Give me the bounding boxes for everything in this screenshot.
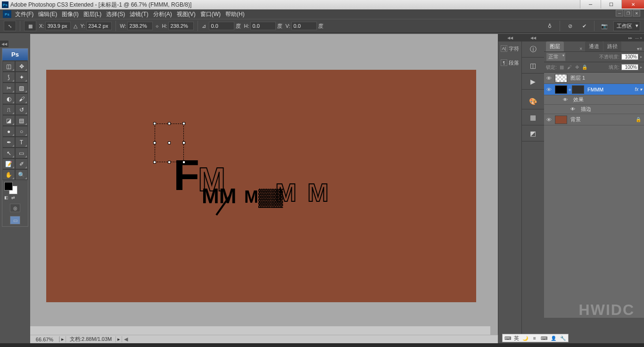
character-panel-button[interactable]: A|字符 — [498, 41, 521, 56]
menu-edit[interactable]: 编辑(E) — [38, 10, 57, 18]
bridge-icon[interactable]: 📷 — [599, 21, 610, 31]
handle-bottom-left[interactable] — [153, 161, 156, 164]
wand-tool[interactable]: ✦ — [15, 72, 28, 83]
skew-h-field[interactable] — [250, 22, 276, 30]
cloud-icon[interactable]: ≡ — [531, 335, 538, 341]
zoom-tool[interactable]: 🔍 — [15, 169, 28, 180]
toolbox-collapse-toggle[interactable]: ◀◀ — [0, 41, 8, 47]
maximize-button[interactable]: ☐ — [601, 0, 621, 8]
handle-mid-left[interactable] — [153, 141, 156, 144]
crop-tool[interactable]: ✂ — [2, 83, 15, 93]
opacity-arrow-icon[interactable]: ▸ — [640, 55, 642, 59]
layer-thumbnail[interactable] — [555, 116, 567, 124]
tab-close-icon[interactable]: × — [579, 46, 582, 51]
wrench-icon[interactable]: 🔧 — [560, 335, 566, 341]
panel-toggle-mid[interactable]: ◀◀ — [522, 34, 544, 41]
transform-bounding-box[interactable] — [155, 124, 184, 162]
y-field[interactable] — [86, 22, 112, 30]
color-panel-icon[interactable]: 🎨 — [522, 93, 544, 109]
fx-stroke-row[interactable]: 👁 描边 — [544, 105, 644, 114]
menu-view[interactable]: 视图(V) — [177, 10, 196, 18]
styles-panel-icon[interactable]: ◩ — [522, 125, 544, 141]
ime-toolbar[interactable]: ⌨ 英 🌙 ≡ ⌨ 👤 🔧 — [502, 334, 569, 342]
color-swatches[interactable]: ◧⇄ — [2, 180, 28, 202]
handle-top-right[interactable] — [182, 122, 185, 125]
handle-top-center[interactable] — [168, 122, 171, 125]
fill-arrow-icon[interactable]: ▸ — [640, 65, 642, 69]
tab-paths[interactable]: 路径 — [603, 41, 621, 51]
menu-layer[interactable]: 图层(L) — [83, 10, 102, 18]
layer-row[interactable]: 👁 图层 1 — [544, 73, 644, 84]
menu-filter[interactable]: 滤镜(T) — [130, 10, 148, 18]
reference-point-icon[interactable]: ▦ — [24, 21, 36, 31]
swap-colors-icon[interactable]: ⇄ — [11, 195, 15, 200]
fx-badge[interactable]: fx ▾ — [635, 87, 642, 92]
handle-bottom-right[interactable] — [182, 161, 185, 164]
doc-restore[interactable]: ❐ — [624, 10, 632, 17]
lock-all-icon[interactable]: 🔒 — [581, 64, 588, 71]
layer-thumbnail[interactable] — [555, 74, 567, 83]
toolbox-header[interactable]: Ps — [2, 49, 28, 61]
visibility-icon[interactable]: 👁 — [570, 107, 578, 112]
keyboard-icon[interactable]: ⌨ — [504, 335, 511, 341]
handle-bottom-center[interactable] — [168, 161, 171, 164]
h-field[interactable] — [168, 22, 194, 30]
menu-select[interactable]: 选择(S) — [106, 10, 125, 18]
cancel-transform-icon[interactable]: ⊘ — [565, 21, 575, 31]
lock-position-icon[interactable]: ✥ — [574, 64, 580, 71]
path-select-tool[interactable]: ↖ — [2, 148, 15, 158]
heal-tool[interactable]: ◐ — [2, 93, 15, 104]
layer-thumbnail[interactable] — [555, 85, 567, 94]
workspace-dropdown[interactable]: 工作区 — [613, 21, 640, 31]
menu-help[interactable]: 帮助(H) — [225, 10, 245, 18]
lock-transparent-icon[interactable]: ▦ — [559, 64, 565, 71]
document-size[interactable]: 文档:2.88M/1.03M — [66, 336, 116, 343]
layer-row-background[interactable]: 👁 背景 🔒 — [544, 114, 644, 125]
lock-image-icon[interactable]: 🖌 — [566, 64, 573, 71]
blend-mode-dropdown[interactable]: 正常 — [546, 52, 566, 61]
shape-tool[interactable]: ▭ — [15, 148, 28, 158]
paragraph-panel-button[interactable]: ¶段落 — [498, 56, 521, 70]
skew-v-field[interactable] — [291, 22, 317, 30]
scroll-left-icon[interactable]: ◀ — [124, 336, 128, 342]
ime-mode[interactable]: 英 — [514, 335, 519, 342]
commit-transform-icon[interactable]: ✔ — [579, 21, 589, 31]
menu-analysis[interactable]: 分析(A) — [153, 10, 172, 18]
swatches-panel-icon[interactable]: ▦ — [522, 109, 544, 125]
foreground-color[interactable] — [4, 182, 13, 190]
transform-tool-icon[interactable]: ⤡ — [4, 21, 16, 31]
type-tool[interactable]: T — [15, 137, 28, 148]
default-colors-icon[interactable]: ◧ — [4, 195, 8, 200]
moon-icon[interactable]: 🌙 — [522, 335, 528, 341]
menu-image[interactable]: 图像(I) — [62, 10, 78, 18]
angle-field[interactable] — [209, 22, 234, 30]
panel-menu-icon[interactable]: ▾≡ — [637, 46, 642, 51]
mic-icon[interactable]: ⌨ — [541, 335, 547, 341]
stamp-tool[interactable]: ⎍ — [2, 104, 15, 115]
fill-field[interactable]: 100% — [621, 64, 638, 70]
move-tool[interactable]: ✥ — [15, 61, 28, 72]
handle-top-left[interactable] — [153, 122, 156, 125]
visibility-icon[interactable]: 👁 — [544, 87, 553, 92]
doc-close[interactable]: ✕ — [633, 10, 640, 17]
x-field[interactable] — [45, 22, 71, 30]
menu-file[interactable]: 文件(F) — [15, 10, 33, 18]
link-icon[interactable]: ⟐ — [156, 23, 159, 29]
handle-center[interactable] — [168, 141, 171, 144]
visibility-icon[interactable]: 👁 — [563, 97, 570, 102]
zoom-level[interactable]: 66.67% — [30, 337, 59, 342]
slice-tool[interactable]: ▨ — [15, 83, 28, 93]
gradient-tool[interactable]: ▤ — [15, 115, 28, 126]
opacity-field[interactable]: 100% — [621, 54, 638, 60]
dodge-tool[interactable]: ○ — [15, 126, 28, 137]
fx-group-row[interactable]: 👁 效果 — [544, 95, 644, 105]
tab-layers[interactable]: 图层 — [546, 41, 564, 51]
history-brush-tool[interactable]: ↺ — [15, 104, 28, 115]
notes-tool[interactable]: 📝 — [2, 158, 15, 169]
panel-toggle-left[interactable]: ◀◀ — [498, 34, 521, 41]
status-arrow-icon[interactable]: ▸ — [59, 336, 66, 342]
status-menu-icon[interactable]: ▸ — [116, 336, 122, 342]
hand-tool[interactable]: ✋ — [2, 169, 15, 180]
layer-mask-thumbnail[interactable] — [572, 85, 584, 94]
brush-tool[interactable]: 🖌 — [15, 93, 28, 104]
